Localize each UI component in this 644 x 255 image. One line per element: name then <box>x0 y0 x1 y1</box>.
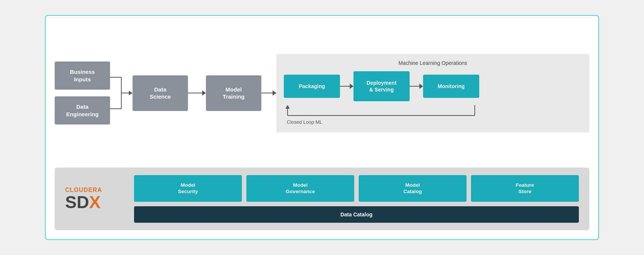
closed-loop-area: Closed Loop ML <box>284 105 582 125</box>
data-engineering-box: DataEngineering <box>55 96 110 124</box>
sdx-services-row: ModelSecurity ModelGovernance ModelCatal… <box>134 175 579 202</box>
data-catalog-bar: Data Catalog <box>134 206 579 223</box>
mlops-boxes-row: Packaging Deployment& Serving Monitoring <box>284 71 582 101</box>
model-governance-box: ModelGovernance <box>246 175 354 202</box>
closed-loop-svg <box>284 105 479 118</box>
arrow-mt-mlops <box>261 90 276 96</box>
main-diagram: BusinessInputs DataEngineering DataScien… <box>45 15 599 240</box>
arrow-ds-mt <box>188 90 206 96</box>
merge-arrows <box>110 63 133 123</box>
svg-marker-4 <box>129 91 133 95</box>
input-boxes: BusinessInputs DataEngineering <box>55 62 110 124</box>
svg-marker-8 <box>285 105 290 109</box>
mlops-section: Machine Learning Operations Packaging De… <box>276 54 589 132</box>
deployment-serving-box: Deployment& Serving <box>353 71 410 101</box>
packaging-box: Packaging <box>284 75 340 98</box>
closed-loop-label: Closed Loop ML <box>284 119 322 125</box>
sdx-logo: CLOUDERA SDX <box>65 187 125 211</box>
sdx-section: CLOUDERA SDX ModelSecurity ModelGovernan… <box>55 168 589 230</box>
sdx-right: ModelSecurity ModelGovernance ModelCatal… <box>134 175 579 223</box>
arrow-deploy-monitor <box>410 84 423 89</box>
business-inputs-box: BusinessInputs <box>55 62 110 90</box>
feature-store-box: FeatureStore <box>471 175 579 202</box>
sdx-brand-text: SDX <box>65 194 101 211</box>
sdx-x: X <box>89 192 101 212</box>
data-science-box: DataScience <box>133 75 188 111</box>
sdx-sd: SD <box>65 192 89 212</box>
model-catalog-box: ModelCatalog <box>359 175 467 202</box>
arrow-pack-deploy <box>340 84 353 89</box>
monitoring-box: Monitoring <box>423 75 479 98</box>
model-security-box: ModelSecurity <box>134 175 242 202</box>
mlops-title: Machine Learning Operations <box>284 60 582 66</box>
top-section: BusinessInputs DataEngineering DataScien… <box>55 25 589 162</box>
model-training-box: ModelTraining <box>206 75 261 111</box>
